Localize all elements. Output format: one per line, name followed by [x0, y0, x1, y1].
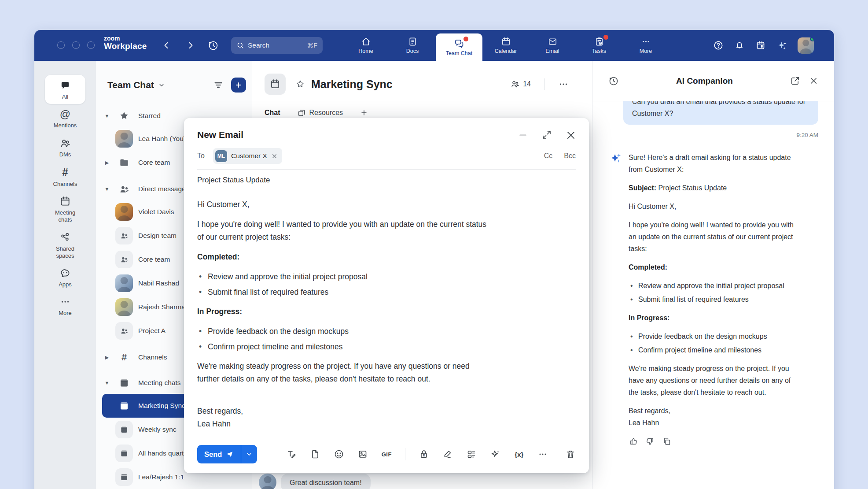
variables-icon[interactable]: {x}	[514, 449, 524, 459]
meeting-calendar-icon	[115, 397, 133, 415]
discard-trash-icon[interactable]	[565, 449, 576, 459]
notifications-bell-icon[interactable]	[734, 40, 745, 51]
caret-right-icon[interactable]: ▶	[104, 355, 110, 360]
text-format-icon[interactable]	[286, 449, 297, 459]
member-count[interactable]: 14	[510, 79, 531, 89]
message-bubble: Great discussion team!	[281, 474, 371, 489]
ai-companion-sparkle-icon[interactable]	[776, 40, 787, 51]
user-avatar[interactable]	[798, 37, 814, 54]
ai-sparkle-icon[interactable]	[490, 449, 500, 459]
search-input[interactable]: Search ⌘F	[231, 37, 323, 54]
star-filled-icon	[115, 107, 133, 125]
avatar	[259, 474, 276, 489]
page-title: Marketing Sync	[311, 78, 393, 91]
caret-down-icon[interactable]: ▼	[104, 186, 110, 192]
rail-item-more[interactable]: More	[34, 292, 96, 321]
subject-field[interactable]: Project Status Update	[197, 170, 576, 191]
bcc-button[interactable]: Bcc	[564, 152, 576, 160]
history-icon[interactable]	[208, 40, 219, 51]
back-button[interactable]	[161, 40, 173, 51]
rail-item-meeting-chats[interactable]: Meeting chats	[34, 192, 96, 228]
image-icon[interactable]	[357, 449, 368, 459]
schedule-calendar-icon[interactable]	[755, 40, 766, 51]
expand-icon[interactable]	[541, 130, 552, 140]
group-icon	[115, 251, 133, 268]
email-icon	[548, 37, 558, 47]
meeting-calendar-icon	[115, 468, 133, 486]
gif-icon[interactable]: GIF	[381, 449, 392, 459]
compose-toolbar: Send GIF E {x}	[197, 445, 576, 463]
recipient-chip[interactable]: ML Customer X	[213, 148, 282, 164]
to-field[interactable]: To ML Customer X Cc Bcc	[197, 148, 576, 170]
caret-down-icon[interactable]: ▼	[104, 380, 110, 385]
minimize-icon[interactable]	[518, 130, 528, 140]
notification-badge	[603, 35, 608, 40]
window-control-dot[interactable]	[87, 41, 95, 49]
tasks-icon	[594, 37, 604, 47]
forward-button[interactable]	[185, 40, 197, 51]
ai-feedback-actions	[629, 437, 801, 446]
nav-team-chat[interactable]: Team Chat	[436, 33, 482, 61]
send-icon	[225, 450, 234, 459]
thumbs-up-icon[interactable]	[629, 437, 638, 446]
caret-right-icon[interactable]: ▶	[104, 160, 110, 166]
nav-home[interactable]: Home	[342, 30, 389, 61]
copy-icon[interactable]	[662, 437, 672, 446]
filter-icon[interactable]	[213, 79, 224, 91]
rail-item-all[interactable]: All	[34, 76, 96, 104]
avatar	[115, 130, 133, 148]
new-chat-button[interactable]	[231, 78, 246, 93]
rail-item-apps[interactable]: Apps	[34, 263, 96, 292]
nav-email[interactable]: Email	[529, 30, 576, 61]
nav-docs[interactable]: Docs	[389, 30, 436, 61]
ai-panel-header: AI Companion	[592, 61, 834, 101]
calendar-icon	[501, 37, 511, 47]
rail-item-shared-spaces[interactable]: Shared spaces	[34, 228, 96, 264]
meeting-calendar-icon	[115, 445, 133, 462]
close-icon[interactable]	[565, 130, 576, 140]
help-icon[interactable]	[713, 40, 724, 51]
star-outline-icon[interactable]	[295, 79, 305, 89]
thumbs-down-icon[interactable]	[645, 437, 655, 446]
hash-icon: #	[115, 348, 133, 366]
nav-tasks[interactable]: Tasks	[576, 30, 622, 61]
rail-item-dms[interactable]: DMs	[34, 133, 96, 162]
rail-item-channels[interactable]: # Channels	[34, 162, 96, 192]
modal-title: New Email	[197, 130, 504, 140]
attach-file-icon[interactable]	[310, 449, 320, 459]
nav-more[interactable]: More	[622, 30, 669, 61]
cc-button[interactable]: Cc	[544, 152, 553, 160]
history-icon[interactable]	[608, 76, 619, 86]
email-body[interactable]: Hi Customer X, I hope you're doing well!…	[197, 198, 488, 430]
rail-item-mentions[interactable]: @ Mentions	[34, 104, 96, 133]
search-icon	[236, 41, 244, 49]
open-in-new-icon[interactable]	[790, 76, 801, 86]
more-options-icon[interactable]	[537, 449, 548, 459]
meeting-calendar-icon	[115, 374, 133, 392]
tab-chat[interactable]: Chat	[265, 109, 280, 117]
ai-response: Sure! Here's a draft email asking for a …	[629, 152, 801, 446]
send-options-dropdown[interactable]	[241, 445, 257, 463]
at-sign-icon: @	[60, 108, 70, 120]
chat-list-title[interactable]: Team Chat	[107, 80, 166, 90]
nav-calendar[interactable]: Calendar	[482, 30, 529, 61]
window-control-dot[interactable]	[57, 41, 65, 49]
signature-icon[interactable]	[442, 449, 453, 459]
caret-down-icon[interactable]: ▼	[104, 113, 110, 119]
emoji-icon[interactable]	[334, 449, 344, 459]
send-button-group: Send	[197, 445, 257, 463]
to-label: To	[197, 152, 213, 160]
add-tab-icon[interactable]	[360, 108, 368, 117]
template-layout-icon[interactable]	[466, 449, 477, 459]
remove-recipient-icon[interactable]	[271, 153, 278, 159]
encrypt-lock-icon[interactable]: E	[419, 449, 429, 459]
ellipsis-icon	[59, 296, 71, 307]
primary-nav: Home Docs Team Chat Calendar Email T	[342, 30, 669, 61]
ai-panel-title: AI Companion	[619, 76, 790, 86]
chat-message: Great discussion team!	[259, 474, 371, 489]
close-icon[interactable]	[809, 76, 819, 86]
tab-resources[interactable]: Resources	[297, 108, 343, 117]
more-options-icon[interactable]	[558, 78, 569, 90]
window-control-dot[interactable]	[72, 41, 80, 49]
send-button[interactable]: Send	[197, 445, 241, 463]
